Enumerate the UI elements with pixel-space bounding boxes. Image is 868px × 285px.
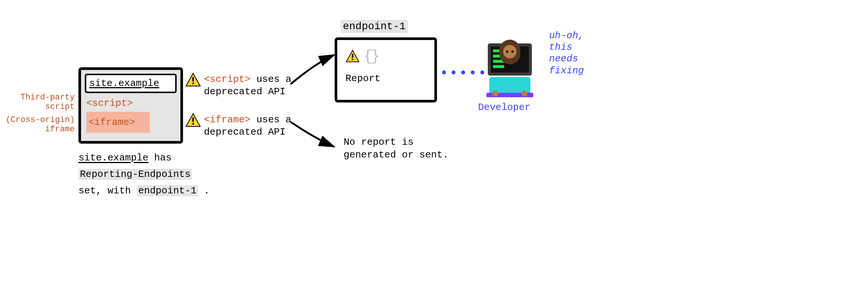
msg1-code: <script> (204, 74, 251, 85)
developer-thought: uh-oh, this needs fixing (549, 30, 584, 77)
svg-point-16 (506, 50, 508, 53)
msg2-rest: uses a (251, 114, 291, 125)
message-iframe-line1: <iframe> uses a (204, 114, 291, 126)
report-label: Report (345, 73, 381, 84)
label-cross-origin-line1: (Cross-origin) (2, 115, 75, 125)
svg-rect-2 (192, 83, 194, 84)
caption-period: . (198, 185, 210, 196)
developer-label: Developer (478, 102, 530, 113)
no-report-text: No report is generated or sent. (344, 136, 449, 162)
svg-point-20 (492, 91, 498, 96)
warning-icon (185, 73, 201, 88)
iframe-tag-in-dom: <iframe> (89, 117, 135, 128)
arrow-to-no-report (289, 120, 338, 153)
script-tag-in-dom: <script> (86, 98, 133, 109)
label-cross-origin-line2: iframe (2, 125, 75, 134)
svg-point-15 (503, 45, 517, 58)
warning-icon (185, 113, 201, 128)
thought-l1: uh-oh, (549, 30, 584, 42)
endpoint-box: {} Report (335, 37, 437, 102)
msg1-line2: deprecated API (204, 86, 291, 98)
caption-site: site.example (78, 152, 148, 163)
label-cross-origin-iframe: (Cross-origin) iframe (2, 115, 75, 134)
svg-point-17 (511, 50, 514, 53)
caption-has: has (148, 152, 171, 163)
caption-endpoint: endpoint-1 (137, 185, 198, 196)
arrow-to-endpoint (289, 50, 338, 88)
warning-icon (345, 50, 360, 66)
caption-setwith: set, with (78, 185, 137, 196)
thought-l4: fixing (549, 65, 584, 77)
svg-rect-4 (192, 117, 194, 122)
thought-l3: needs (549, 53, 584, 65)
svg-rect-14 (493, 65, 504, 68)
caption-line2: Reporting-Endpoints (78, 166, 210, 183)
braces-icon: {} (363, 48, 378, 65)
no-report-line2: generated or sent. (344, 149, 449, 162)
label-third-party-line1: Third-party (2, 93, 75, 102)
caption-line3: set, with endpoint-1 . (78, 183, 210, 199)
message-script-line1: <script> uses a (204, 73, 291, 86)
iframe-tag-highlight: <iframe> (86, 112, 150, 133)
svg-rect-5 (192, 123, 194, 125)
msg2-code: <iframe> (204, 114, 251, 125)
label-third-party-script: Third-party script (2, 93, 75, 112)
browser-caption: site.example has Reporting-Endpoints set… (78, 150, 210, 199)
endpoint-title-text: endpoint-1 (341, 20, 408, 33)
browser-window: site.example <script> <iframe> (78, 67, 183, 144)
message-script-deprecated: <script> uses a deprecated API (204, 73, 291, 98)
msg2-line2: deprecated API (204, 126, 291, 138)
svg-point-21 (521, 91, 527, 96)
endpoint-title: endpoint-1 (341, 21, 408, 32)
caption-line1: site.example has (78, 150, 210, 166)
msg1-rest: uses a (251, 74, 291, 85)
no-report-line1: No report is (344, 136, 449, 149)
browser-url-text: site.example (89, 78, 159, 89)
developer-avatar (478, 37, 542, 100)
svg-rect-7 (352, 54, 353, 58)
label-third-party-line2: script (2, 102, 75, 111)
svg-rect-8 (352, 59, 353, 60)
svg-rect-1 (192, 77, 194, 82)
thought-l2: this (549, 42, 584, 53)
browser-url-bar: site.example (85, 74, 177, 93)
caption-header-name: Reporting-Endpoints (78, 169, 192, 180)
message-iframe-deprecated: <iframe> uses a deprecated API (204, 114, 291, 138)
